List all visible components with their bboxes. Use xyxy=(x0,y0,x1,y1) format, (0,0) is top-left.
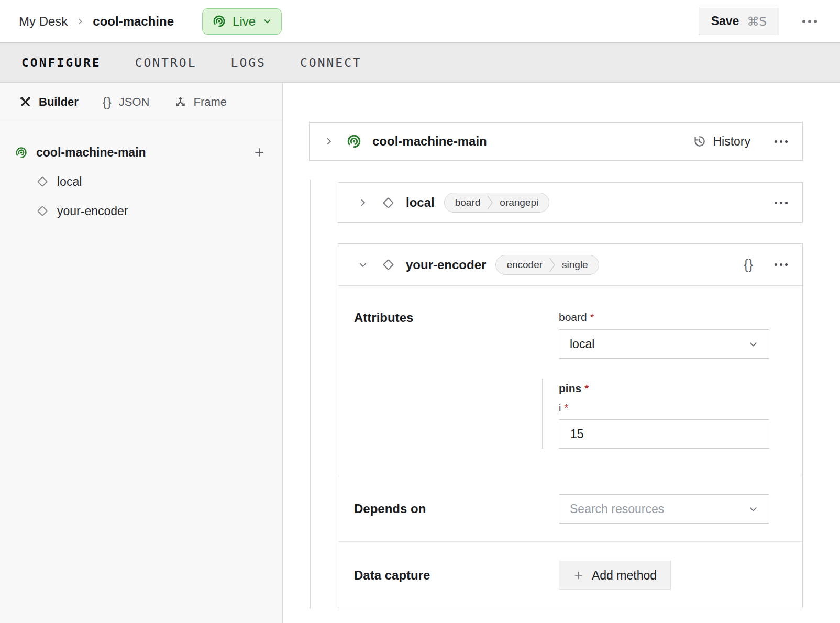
chevron-down-icon xyxy=(748,339,758,349)
machine-card-title: cool-machine-main xyxy=(372,134,487,149)
local-card-title: local xyxy=(406,195,435,210)
view-switcher: Builder {} JSON Frame xyxy=(0,83,282,121)
encoder-card-title: your-encoder xyxy=(406,258,486,272)
viewtab-frame-label: Frame xyxy=(194,95,227,109)
viewtab-builder[interactable]: Builder xyxy=(19,95,79,109)
tab-configure[interactable]: CONFIGURE xyxy=(21,56,101,70)
component-diamond-icon xyxy=(36,204,49,218)
add-method-label: Add method xyxy=(592,569,657,583)
machine-card: cool-machine-main History xyxy=(309,122,803,161)
pin-i-input[interactable] xyxy=(559,419,769,449)
depends-on-placeholder: Search resources xyxy=(570,502,664,516)
depends-on-section: Depends on Search resources xyxy=(338,476,802,541)
encoder-component-card: your-encoder encoder single {} Attribute… xyxy=(338,243,803,608)
depends-on-label: Depends on xyxy=(354,502,559,516)
pins-field-label: pins* xyxy=(559,382,769,395)
i-field-label: i* xyxy=(559,402,769,414)
badge-separator-icon xyxy=(549,257,556,273)
badge-type: board xyxy=(445,197,487,208)
tree-item-label: your-encoder xyxy=(57,204,128,218)
board-select[interactable]: local xyxy=(559,329,769,359)
breadcrumb-parent-link[interactable]: My Desk xyxy=(19,14,68,29)
breadcrumb-current: cool-machine xyxy=(93,14,174,29)
configure-panel: cool-machine-main History xyxy=(283,83,840,623)
attributes-section-label: Attributes xyxy=(354,310,559,476)
edit-json-button[interactable]: {} xyxy=(744,257,754,272)
component-type-badge: encoder single xyxy=(495,255,599,275)
component-type-badge: board orangepi xyxy=(444,193,550,213)
viewtab-json-label: JSON xyxy=(119,95,150,109)
tab-connect[interactable]: CONNECT xyxy=(300,56,362,70)
data-capture-label: Data capture xyxy=(354,568,559,583)
collapse-chevron-down-icon[interactable] xyxy=(358,260,368,270)
tree-item-label: local xyxy=(57,175,82,189)
add-method-button[interactable]: Add method xyxy=(559,561,671,590)
required-mark: * xyxy=(590,311,594,323)
viam-radar-icon xyxy=(212,14,226,28)
tree-indent-guide xyxy=(310,180,311,609)
badge-model: single xyxy=(556,259,599,271)
tab-logs[interactable]: LOGS xyxy=(231,56,266,70)
viewtab-frame[interactable]: Frame xyxy=(174,95,227,109)
builder-sidebar: Builder {} JSON Frame xyxy=(0,83,283,623)
data-capture-section: Data capture Add method xyxy=(338,541,802,609)
viewtab-json[interactable]: {} JSON xyxy=(103,95,150,109)
component-diamond-icon xyxy=(36,175,49,188)
top-bar: My Desk cool-machine Live Save ⌘S xyxy=(0,0,840,42)
badge-model: orangepi xyxy=(493,197,549,208)
tree-item-your-encoder[interactable]: your-encoder xyxy=(0,200,282,222)
add-resource-button[interactable] xyxy=(253,146,266,159)
chevron-down-icon xyxy=(748,504,758,514)
depends-on-search-dropdown[interactable]: Search resources xyxy=(559,494,769,524)
board-select-value: local xyxy=(570,337,594,351)
machine-card-menu-button[interactable] xyxy=(772,138,790,145)
history-label: History xyxy=(713,135,750,149)
expand-chevron-right-icon[interactable] xyxy=(358,198,368,207)
breadcrumb-separator-icon xyxy=(76,17,84,26)
component-diamond-icon xyxy=(381,258,395,272)
live-status-dropdown[interactable]: Live xyxy=(202,8,282,35)
viam-radar-icon xyxy=(15,146,28,159)
tree-root-label: cool-machine-main xyxy=(36,146,146,160)
history-button[interactable]: History xyxy=(693,135,750,149)
required-mark: * xyxy=(564,402,568,414)
chevron-down-icon xyxy=(263,17,272,26)
attributes-section: Attributes board* local pins* xyxy=(338,286,802,476)
tree-item-local[interactable]: local xyxy=(0,171,282,193)
local-card-menu-button[interactable] xyxy=(772,199,790,206)
save-button[interactable]: Save ⌘S xyxy=(699,8,779,35)
board-field-label: board* xyxy=(559,310,769,324)
expand-chevron-right-icon[interactable] xyxy=(324,137,334,146)
overflow-menu-button[interactable] xyxy=(800,18,819,25)
tools-icon xyxy=(19,95,32,108)
component-diamond-icon xyxy=(381,196,395,210)
required-mark: * xyxy=(584,382,589,394)
history-icon xyxy=(693,135,706,148)
badge-separator-icon xyxy=(487,195,493,210)
pins-fieldset: pins* i* xyxy=(542,379,769,449)
save-shortcut: ⌘S xyxy=(747,15,767,28)
breadcrumb: My Desk cool-machine xyxy=(19,14,174,29)
plus-icon xyxy=(573,570,584,581)
encoder-card-menu-button[interactable] xyxy=(772,261,790,268)
frame-axes-icon xyxy=(174,95,187,108)
save-label: Save xyxy=(711,14,739,28)
resource-tree: cool-machine-main local your-encoder xyxy=(0,121,282,222)
primary-nav-tabs: CONFIGURE CONTROL LOGS CONNECT xyxy=(0,42,840,83)
badge-type: encoder xyxy=(496,259,549,271)
braces-icon: {} xyxy=(103,95,112,109)
tab-control[interactable]: CONTROL xyxy=(135,56,197,70)
local-component-card: local board orangepi xyxy=(338,182,803,223)
live-label: Live xyxy=(233,14,256,29)
viam-radar-icon xyxy=(346,134,362,149)
tree-item-machine-root[interactable]: cool-machine-main xyxy=(0,141,282,163)
viewtab-builder-label: Builder xyxy=(39,95,79,109)
encoder-card-header: your-encoder encoder single {} xyxy=(338,244,802,286)
